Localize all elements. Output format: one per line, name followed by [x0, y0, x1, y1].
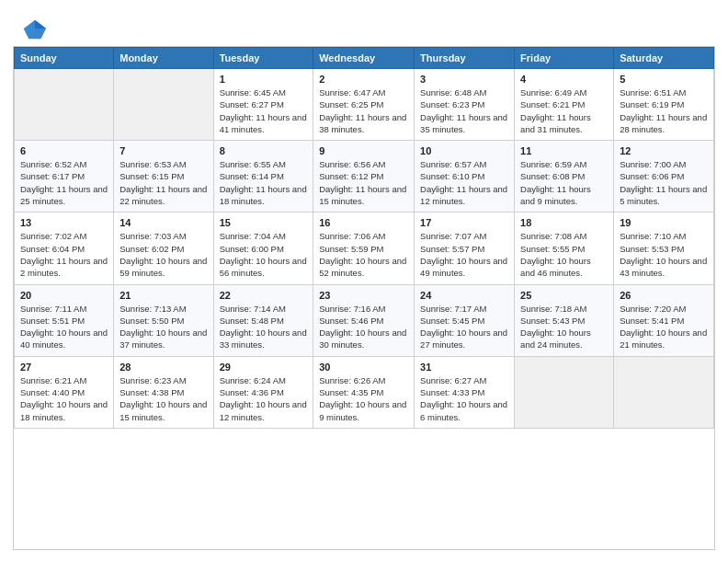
- day-cell: 29Sunrise: 6:24 AMSunset: 4:36 PMDayligh…: [213, 356, 313, 428]
- day-of-week-wednesday: Wednesday: [313, 48, 415, 69]
- day-info: Sunrise: 7:02 AMSunset: 6:04 PMDaylight:…: [20, 230, 108, 279]
- day-info: Sunrise: 6:49 AMSunset: 6:21 PMDaylight:…: [520, 86, 608, 135]
- day-number: 25: [520, 290, 608, 301]
- week-row-5: 27Sunrise: 6:21 AMSunset: 4:40 PMDayligh…: [15, 356, 714, 428]
- day-number: 7: [119, 145, 207, 156]
- days-of-week-row: SundayMondayTuesdayWednesdayThursdayFrid…: [15, 48, 714, 69]
- day-number: 15: [220, 217, 308, 228]
- calendar: SundayMondayTuesdayWednesdayThursdayFrid…: [13, 46, 715, 550]
- day-info: Sunrise: 6:27 AMSunset: 4:33 PMDaylight:…: [420, 374, 508, 423]
- day-of-week-tuesday: Tuesday: [213, 48, 313, 69]
- day-number: 14: [119, 217, 207, 228]
- day-of-week-monday: Monday: [114, 48, 213, 69]
- day-info: Sunrise: 7:00 AMSunset: 6:06 PMDaylight:…: [620, 158, 708, 207]
- week-row-1: 1Sunrise: 6:45 AMSunset: 6:27 PMDaylight…: [15, 69, 714, 141]
- week-row-3: 13Sunrise: 7:02 AMSunset: 6:04 PMDayligh…: [15, 213, 714, 284]
- day-info: Sunrise: 6:24 AMSunset: 4:36 PMDaylight:…: [220, 374, 308, 423]
- day-cell: 18Sunrise: 7:08 AMSunset: 5:55 PMDayligh…: [515, 213, 614, 284]
- day-number: 3: [420, 74, 508, 85]
- day-cell: 22Sunrise: 7:14 AMSunset: 5:48 PMDayligh…: [213, 284, 313, 356]
- day-info: Sunrise: 6:59 AMSunset: 6:08 PMDaylight:…: [520, 158, 608, 207]
- logo: [22, 17, 48, 39]
- calendar-body: 1Sunrise: 6:45 AMSunset: 6:27 PMDaylight…: [15, 69, 714, 429]
- day-info: Sunrise: 7:03 AMSunset: 6:02 PMDaylight:…: [119, 230, 207, 279]
- day-cell: 6Sunrise: 6:52 AMSunset: 6:17 PMDaylight…: [15, 141, 114, 213]
- day-number: 6: [20, 145, 108, 156]
- day-of-week-friday: Friday: [515, 48, 614, 69]
- day-cell: 25Sunrise: 7:18 AMSunset: 5:43 PMDayligh…: [515, 284, 614, 356]
- day-cell: 2Sunrise: 6:47 AMSunset: 6:25 PMDaylight…: [313, 69, 415, 141]
- day-of-week-sunday: Sunday: [15, 48, 114, 69]
- day-cell: [114, 69, 213, 141]
- day-cell: 14Sunrise: 7:03 AMSunset: 6:02 PMDayligh…: [114, 213, 213, 284]
- day-number: 8: [220, 145, 308, 156]
- day-number: 20: [20, 290, 108, 301]
- day-number: 28: [119, 362, 207, 373]
- day-cell: 23Sunrise: 7:16 AMSunset: 5:46 PMDayligh…: [313, 284, 415, 356]
- day-cell: [515, 356, 614, 428]
- day-info: Sunrise: 6:23 AMSunset: 4:38 PMDaylight:…: [119, 374, 207, 423]
- day-cell: 11Sunrise: 6:59 AMSunset: 6:08 PMDayligh…: [515, 141, 614, 213]
- day-info: Sunrise: 7:20 AMSunset: 5:41 PMDaylight:…: [620, 303, 708, 351]
- day-cell: [614, 356, 714, 428]
- day-cell: 3Sunrise: 6:48 AMSunset: 6:23 PMDaylight…: [415, 69, 515, 141]
- day-info: Sunrise: 7:18 AMSunset: 5:43 PMDaylight:…: [520, 303, 608, 351]
- day-of-week-saturday: Saturday: [614, 48, 714, 69]
- day-info: Sunrise: 7:06 AMSunset: 5:59 PMDaylight:…: [319, 230, 408, 279]
- day-info: Sunrise: 7:11 AMSunset: 5:51 PMDaylight:…: [20, 303, 108, 351]
- day-info: Sunrise: 7:16 AMSunset: 5:46 PMDaylight:…: [319, 303, 408, 351]
- day-cell: 26Sunrise: 7:20 AMSunset: 5:41 PMDayligh…: [614, 284, 714, 356]
- day-info: Sunrise: 6:55 AMSunset: 6:14 PMDaylight:…: [220, 158, 308, 207]
- svg-marker-1: [35, 20, 46, 29]
- day-info: Sunrise: 7:17 AMSunset: 5:45 PMDaylight:…: [420, 303, 508, 351]
- day-number: 27: [20, 362, 108, 373]
- header: [0, 0, 728, 46]
- calendar-table: SundayMondayTuesdayWednesdayThursdayFrid…: [14, 47, 714, 429]
- day-number: 4: [520, 74, 608, 85]
- day-cell: 30Sunrise: 6:26 AMSunset: 4:35 PMDayligh…: [313, 356, 415, 428]
- day-number: 30: [319, 362, 408, 373]
- day-of-week-thursday: Thursday: [415, 48, 515, 69]
- day-number: 24: [420, 290, 508, 301]
- day-number: 22: [220, 290, 308, 301]
- day-cell: 7Sunrise: 6:53 AMSunset: 6:15 PMDaylight…: [114, 141, 213, 213]
- day-number: 13: [20, 217, 108, 228]
- day-number: 1: [220, 74, 308, 85]
- day-number: 10: [420, 145, 508, 156]
- day-info: Sunrise: 7:10 AMSunset: 5:53 PMDaylight:…: [620, 230, 708, 279]
- day-info: Sunrise: 7:13 AMSunset: 5:50 PMDaylight:…: [119, 303, 207, 351]
- day-cell: 24Sunrise: 7:17 AMSunset: 5:45 PMDayligh…: [415, 284, 515, 356]
- day-number: 18: [520, 217, 608, 228]
- day-cell: 15Sunrise: 7:04 AMSunset: 6:00 PMDayligh…: [213, 213, 313, 284]
- day-number: 17: [420, 217, 508, 228]
- day-info: Sunrise: 6:48 AMSunset: 6:23 PMDaylight:…: [420, 86, 508, 135]
- day-number: 29: [220, 362, 308, 373]
- day-info: Sunrise: 6:53 AMSunset: 6:15 PMDaylight:…: [119, 158, 207, 207]
- day-cell: 10Sunrise: 6:57 AMSunset: 6:10 PMDayligh…: [415, 141, 515, 213]
- day-cell: 4Sunrise: 6:49 AMSunset: 6:21 PMDaylight…: [515, 69, 614, 141]
- logo-brand: [22, 17, 48, 42]
- day-number: 21: [119, 290, 207, 301]
- day-info: Sunrise: 6:45 AMSunset: 6:27 PMDaylight:…: [220, 86, 308, 135]
- day-info: Sunrise: 7:04 AMSunset: 6:00 PMDaylight:…: [220, 230, 308, 279]
- day-cell: 5Sunrise: 6:51 AMSunset: 6:19 PMDaylight…: [614, 69, 714, 141]
- day-info: Sunrise: 7:07 AMSunset: 5:57 PMDaylight:…: [420, 230, 508, 279]
- day-cell: 12Sunrise: 7:00 AMSunset: 6:06 PMDayligh…: [614, 141, 714, 213]
- day-cell: 17Sunrise: 7:07 AMSunset: 5:57 PMDayligh…: [415, 213, 515, 284]
- day-info: Sunrise: 7:14 AMSunset: 5:48 PMDaylight:…: [220, 303, 308, 351]
- day-info: Sunrise: 6:57 AMSunset: 6:10 PMDaylight:…: [420, 158, 508, 207]
- day-info: Sunrise: 6:26 AMSunset: 4:35 PMDaylight:…: [319, 374, 408, 423]
- day-info: Sunrise: 6:52 AMSunset: 6:17 PMDaylight:…: [20, 158, 108, 207]
- day-cell: 31Sunrise: 6:27 AMSunset: 4:33 PMDayligh…: [415, 356, 515, 428]
- day-cell: 28Sunrise: 6:23 AMSunset: 4:38 PMDayligh…: [114, 356, 213, 428]
- day-cell: 19Sunrise: 7:10 AMSunset: 5:53 PMDayligh…: [614, 213, 714, 284]
- day-info: Sunrise: 6:47 AMSunset: 6:25 PMDaylight:…: [319, 86, 408, 135]
- page: SundayMondayTuesdayWednesdayThursdayFrid…: [0, 0, 728, 563]
- day-number: 19: [620, 217, 708, 228]
- day-cell: 27Sunrise: 6:21 AMSunset: 4:40 PMDayligh…: [15, 356, 114, 428]
- day-info: Sunrise: 7:08 AMSunset: 5:55 PMDaylight:…: [520, 230, 608, 279]
- day-number: 16: [319, 217, 408, 228]
- calendar-header: SundayMondayTuesdayWednesdayThursdayFrid…: [15, 48, 714, 69]
- day-cell: 8Sunrise: 6:55 AMSunset: 6:14 PMDaylight…: [213, 141, 313, 213]
- day-number: 2: [319, 74, 408, 85]
